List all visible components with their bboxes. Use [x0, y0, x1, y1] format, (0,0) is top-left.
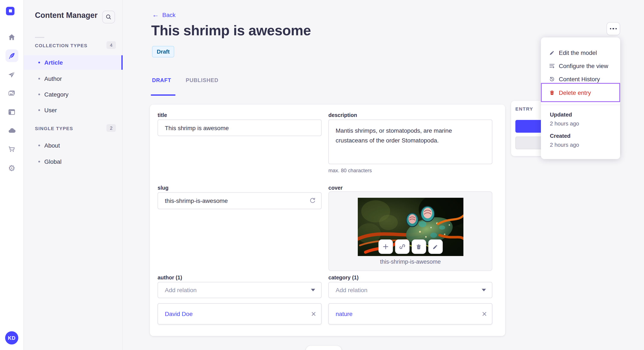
- section-collection-types: COLLECTION TYPES: [35, 43, 88, 48]
- cloud-icon[interactable]: [5, 124, 18, 137]
- description-field-label: description: [328, 112, 357, 118]
- author-relation-select[interactable]: Add relation: [158, 282, 322, 298]
- search-icon: [105, 14, 112, 20]
- edit-media-button[interactable]: [428, 239, 442, 254]
- slug-field-label: slug: [158, 185, 168, 191]
- sidebar-item-about[interactable]: About: [24, 138, 123, 153]
- entry-options-menu: Edit the model Configure the view: [541, 37, 620, 159]
- cart-icon[interactable]: [5, 143, 18, 156]
- feather-icon[interactable]: [5, 49, 18, 62]
- sidebar-title: Content Manager: [35, 11, 98, 20]
- sidebar-item-label: Author: [44, 75, 62, 82]
- entry-panel-title: ENTRY: [515, 106, 533, 111]
- menu-item-label: Edit the model: [559, 49, 597, 56]
- plus-icon: [382, 243, 389, 250]
- bullet-icon: [38, 62, 40, 63]
- back-link[interactable]: ← Back: [152, 11, 176, 18]
- bullet-icon: [38, 161, 40, 163]
- delete-entry-highlight-outline: [541, 83, 620, 102]
- trash-icon: [416, 243, 422, 250]
- search-button[interactable]: [102, 11, 115, 23]
- status-badge: Draft: [152, 46, 174, 57]
- home-icon[interactable]: [5, 31, 18, 43]
- sidebar-item-author[interactable]: Author: [24, 71, 123, 86]
- more-options-button[interactable]: [606, 22, 620, 35]
- sidebar-item-label: Global: [44, 158, 62, 165]
- copy-link-button[interactable]: [395, 239, 409, 254]
- category-select-placeholder: Add relation: [336, 287, 367, 293]
- dot-icon: [616, 28, 617, 29]
- created-value: 2 hours ago: [550, 142, 579, 148]
- author-relation-link[interactable]: David Doe: [165, 311, 193, 317]
- strapi-logo[interactable]: [6, 7, 14, 15]
- sidebar-item-label: About: [44, 142, 60, 149]
- description-textarea[interactable]: Mantis shrimps, or stomatopods, are mari…: [328, 120, 492, 164]
- configure-icon: [549, 63, 555, 69]
- sidebar-item-label: User: [44, 107, 57, 114]
- category-relation-item: nature ×: [328, 303, 492, 325]
- cover-field-label: cover: [328, 185, 343, 191]
- title-input[interactable]: This shrimp is awesome: [158, 120, 322, 136]
- category-relation-select[interactable]: Add relation: [328, 282, 492, 298]
- sidebar-item-user[interactable]: User: [24, 103, 123, 117]
- user-avatar[interactable]: KD: [5, 331, 18, 345]
- regenerate-slug-icon[interactable]: [309, 197, 316, 204]
- menu-item-configure-view[interactable]: Configure the view: [541, 59, 620, 72]
- slug-input[interactable]: this-shrimp-is-awesome: [158, 192, 322, 209]
- pencil-icon: [549, 49, 555, 55]
- bullet-icon: [38, 78, 40, 80]
- chevron-down-icon: [482, 289, 486, 291]
- page-title: This shrimp is awesome: [151, 22, 311, 39]
- active-tab-underline: [151, 94, 176, 96]
- sidebar-item-category[interactable]: Category: [24, 87, 123, 102]
- content-manager-sidebar: Content Manager COLLECTION TYPES 4 Artic…: [24, 0, 123, 350]
- menu-item-label: Configure the view: [559, 62, 608, 69]
- sidebar-item-label: Category: [44, 91, 68, 98]
- delete-media-button[interactable]: [412, 239, 426, 254]
- author-field-label: author (1): [158, 275, 182, 281]
- remove-category-icon[interactable]: ×: [482, 310, 487, 318]
- dot-icon: [613, 28, 614, 29]
- pencil-icon: [432, 243, 438, 250]
- author-relation-item: David Doe ×: [158, 303, 322, 325]
- updated-value: 2 hours ago: [550, 120, 579, 127]
- bullet-icon: [38, 109, 40, 111]
- tab-published[interactable]: PUBLISHED: [186, 77, 218, 83]
- sidebar-item-article[interactable]: Article: [24, 55, 123, 70]
- app-window: ⚙ KD Content Manager COLLECTION TYPES 4 …: [0, 0, 644, 350]
- sidebar-item-label: Article: [44, 59, 63, 66]
- chevron-down-icon: [311, 289, 315, 291]
- sidebar-divider: [35, 37, 44, 38]
- main-content: ← Back This shrimp is awesome Draft DRAF…: [123, 0, 644, 350]
- cover-filename: this-shrimp-is-awesome: [329, 259, 492, 265]
- add-media-button[interactable]: [378, 239, 393, 254]
- dot-icon: [610, 28, 612, 29]
- paper-plane-icon[interactable]: [5, 68, 18, 81]
- created-label: Created: [550, 133, 570, 139]
- remove-author-icon[interactable]: ×: [311, 310, 316, 318]
- description-hint: max. 80 characters: [328, 168, 372, 174]
- nav-rail: ⚙ KD: [0, 0, 24, 350]
- bottom-widget-pill[interactable]: [306, 346, 342, 350]
- title-input-value: This shrimp is awesome: [165, 124, 229, 131]
- single-types-count: 2: [106, 124, 116, 132]
- author-select-placeholder: Add relation: [165, 287, 196, 293]
- cover-actions-toolbar: [378, 239, 442, 254]
- layout-icon[interactable]: [5, 105, 18, 118]
- title-field-label: title: [158, 112, 167, 118]
- sidebar-item-global[interactable]: Global: [24, 154, 123, 169]
- category-relation-link[interactable]: nature: [336, 311, 352, 317]
- gear-icon[interactable]: ⚙: [5, 162, 18, 174]
- updated-label: Updated: [550, 111, 572, 118]
- link-icon: [399, 243, 406, 250]
- media-icon[interactable]: [5, 87, 18, 100]
- menu-divider: [541, 105, 620, 105]
- menu-item-label: Content History: [559, 75, 600, 82]
- bullet-icon: [38, 94, 40, 95]
- bullet-icon: [38, 145, 40, 146]
- collection-types-count: 4: [106, 41, 116, 49]
- back-label: Back: [162, 11, 176, 18]
- cover-media-field: this-shrimp-is-awesome: [328, 191, 492, 271]
- tab-draft[interactable]: DRAFT: [152, 77, 171, 83]
- menu-item-edit-model[interactable]: Edit the model: [541, 46, 620, 59]
